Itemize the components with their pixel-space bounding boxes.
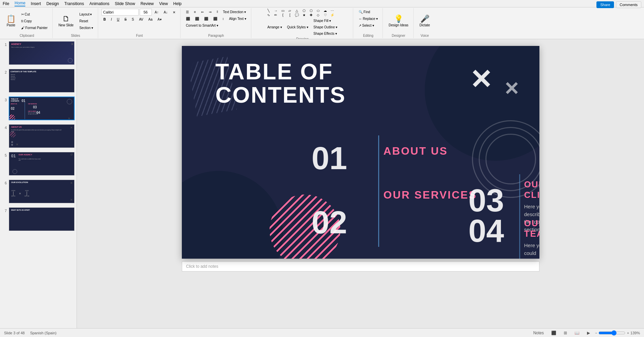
increase-font-button[interactable]: A↑ xyxy=(153,9,161,15)
canvas-area[interactable]: ✕ ✕ TABLE OF CONTENTS 01 ABOUT US xyxy=(77,39,644,328)
menu-view[interactable]: View xyxy=(159,1,168,6)
shape-pentagon[interactable]: ⬠ xyxy=(301,9,307,13)
font-name-input[interactable] xyxy=(102,9,139,16)
item2-number[interactable]: 02 xyxy=(312,206,347,238)
clear-format-button[interactable]: ✕ xyxy=(171,9,177,15)
menu-insert[interactable]: Insert xyxy=(31,1,41,6)
bold-button[interactable]: B xyxy=(102,16,108,22)
bullet-list-button[interactable]: ☰ xyxy=(184,9,191,15)
paste-button[interactable]: 📋 Paste xyxy=(4,14,18,29)
shape-rect[interactable]: ▭ xyxy=(279,9,286,13)
menu-transitions[interactable]: Transitions xyxy=(64,1,84,6)
shape-lightning[interactable]: ⚡ xyxy=(329,13,336,17)
item2-label[interactable]: OUR SERVICES xyxy=(384,189,477,200)
find-button[interactable]: 🔍 Find xyxy=(357,9,372,15)
format-painter-button[interactable]: 🖌 Format Painter xyxy=(19,25,50,31)
slide-close-6[interactable]: ✕ xyxy=(70,181,73,185)
share-button[interactable]: Share xyxy=(596,1,614,8)
shape-cross[interactable]: ✚ xyxy=(308,13,314,17)
item3-number[interactable]: 03 xyxy=(469,184,504,216)
slide-thumb-1[interactable]: 1 AGENCY Here is where your presentation… xyxy=(1,41,75,66)
notes-area[interactable]: Click to add notes xyxy=(182,261,539,271)
item4-number[interactable]: 04 xyxy=(469,215,504,247)
columns-button[interactable]: ⫴ xyxy=(215,9,220,15)
shape-oval[interactable]: ⬭ xyxy=(315,9,321,13)
copy-button[interactable]: ⎘ Copy xyxy=(19,18,50,24)
section-button[interactable]: Section ▾ xyxy=(77,25,95,31)
slide-close-3[interactable]: ✕ xyxy=(71,119,73,120)
item1-number[interactable]: 01 xyxy=(312,142,347,174)
reading-view-button[interactable]: 📖 xyxy=(572,330,582,336)
quick-styles-button[interactable]: Quick Styles ▾ xyxy=(285,24,310,30)
shape-cloud[interactable]: ☁ xyxy=(322,9,329,13)
arrange-button[interactable]: Arrange ▾ xyxy=(265,24,284,30)
shape-effects-button[interactable]: Shape Effects ▾ xyxy=(311,30,339,36)
numbered-list-button[interactable]: ≡ xyxy=(192,9,198,15)
text-direction-button[interactable]: Text Direction ▾ xyxy=(221,9,248,15)
slide-thumb-6[interactable]: 6 OUR EVOLUTION JUPITER SATURN ✕ xyxy=(1,179,75,204)
menu-help[interactable]: Help xyxy=(173,1,182,6)
slide-delete-4[interactable]: ✕ xyxy=(16,143,19,146)
zoom-out-button[interactable]: − xyxy=(595,331,597,335)
item4-content[interactable]: OUR TEAM Here you could describe the top… xyxy=(524,218,539,259)
font-size-input[interactable] xyxy=(140,9,152,16)
shape-brace[interactable]: { xyxy=(279,13,286,17)
reset-button[interactable]: Reset xyxy=(77,18,95,24)
slide-thumb-5[interactable]: 5 OUR AGENCY 01 You could enter a subtit… xyxy=(1,151,75,176)
align-center-button[interactable]: ⬛ xyxy=(193,16,201,22)
align-right-button[interactable]: ⬛ xyxy=(202,16,210,22)
decrease-font-button[interactable]: A↓ xyxy=(162,9,170,15)
slide-canvas[interactable]: ✕ ✕ TABLE OF CONTENTS 01 ABOUT US xyxy=(182,46,539,259)
shape-freeform[interactable]: ✏ xyxy=(272,13,279,17)
slide-thumb-2[interactable]: 2 CONTENTS OF THIS TEMPLATE • Item one •… xyxy=(1,68,75,93)
shape-outline-button[interactable]: Shape Outline ▾ xyxy=(311,24,339,30)
slide-delete-6[interactable]: ✕ xyxy=(70,198,73,202)
menu-review[interactable]: Review xyxy=(140,1,153,6)
underline-button[interactable]: U xyxy=(115,16,121,22)
align-left-button[interactable]: ⬛ xyxy=(184,16,192,22)
smartart-button[interactable]: Convert to SmartArt ▾ xyxy=(184,22,220,28)
slide-close-5[interactable]: ↺ xyxy=(70,153,73,156)
new-slide-button[interactable]: 🗋 New Slide xyxy=(56,14,76,29)
slide-close-4[interactable]: ✕ xyxy=(70,126,73,129)
shape-line[interactable]: ╲ xyxy=(265,9,272,13)
align-text-button[interactable]: Align Text ▾ xyxy=(227,16,248,22)
shape-fill-button[interactable]: Shape Fill ▾ xyxy=(311,18,339,24)
design-ideas-button[interactable]: 💡 Design Ideas xyxy=(386,14,411,29)
shape-bracket[interactable]: [ xyxy=(286,13,293,17)
cut-button[interactable]: ✂ Cut xyxy=(19,11,50,17)
shape-parallelogram[interactable]: ▱ xyxy=(286,9,293,13)
shape-triangle[interactable]: △ xyxy=(293,9,300,13)
slide-thumb-3[interactable]: 3 TABLE OF CONTENTS ABOUT US 01 02 OUR S… xyxy=(1,96,75,121)
slide-close-1[interactable]: ✕ xyxy=(71,42,74,46)
comments-button[interactable]: Comments xyxy=(616,1,641,8)
font-color-button[interactable]: A▾ xyxy=(156,16,164,22)
shape-hexagon[interactable]: ⬡ xyxy=(308,9,314,13)
menu-home[interactable]: Home xyxy=(15,1,25,6)
zoom-in-button[interactable]: + xyxy=(627,331,629,335)
menu-animations[interactable]: Animations xyxy=(89,1,109,6)
char-spacing-button[interactable]: AV xyxy=(137,16,145,22)
increase-indent-button[interactable]: ⇒ xyxy=(207,9,214,15)
replace-button[interactable]: ↔ Replace ▾ xyxy=(357,16,380,22)
menu-design[interactable]: Design xyxy=(46,1,59,6)
item1-label[interactable]: ABOUT US xyxy=(384,146,448,156)
shape-curve[interactable]: ∿ xyxy=(265,13,272,17)
slide-thumb-7[interactable]: 7 WHAT SETS US APART xyxy=(1,207,75,232)
shape-heart[interactable]: ♡ xyxy=(322,13,329,17)
decrease-indent-button[interactable]: ⇐ xyxy=(199,9,206,15)
normal-view-button[interactable]: ⬛ xyxy=(549,330,559,336)
font-case-button[interactable]: Aa xyxy=(146,16,155,22)
slide-sorter-button[interactable]: ⊞ xyxy=(561,330,569,336)
shape-callout[interactable]: 💬 xyxy=(293,13,300,17)
menu-file[interactable]: File xyxy=(3,1,9,6)
layout-button[interactable]: Layout ▾ xyxy=(77,11,95,17)
select-button[interactable]: ↗ Select ▾ xyxy=(357,22,376,28)
shape-more[interactable]: ⋯ xyxy=(329,9,336,13)
menu-slideshow[interactable]: Slide Show xyxy=(115,1,135,6)
notes-view-button[interactable]: Notes xyxy=(531,330,546,336)
slide-thumb-4[interactable]: 4 ABOUT US It could be the part of the p… xyxy=(1,124,75,149)
dictate-button[interactable]: 🎤 Dictate xyxy=(417,14,432,29)
zoom-slider[interactable] xyxy=(598,330,625,336)
shape-arrow[interactable]: → xyxy=(272,9,279,13)
